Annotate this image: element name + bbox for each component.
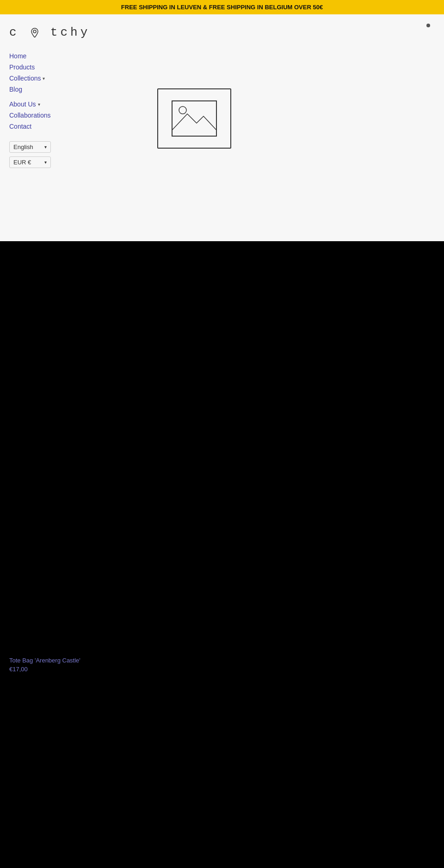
product-name-1: Tote Bag 'Arenberg Castle'	[9, 657, 102, 664]
nav-item-collections[interactable]: Collections ▾	[9, 73, 435, 84]
language-selected-label: English	[13, 144, 33, 150]
product-card-1[interactable]: Tote Bag 'Arenberg Castle' €17,00	[9, 468, 102, 673]
main-upper: c tchy Home Products Collections ▾ Blog …	[0, 14, 444, 241]
language-chevron-icon: ▾	[44, 144, 47, 150]
cart-dot-indicator	[426, 24, 430, 27]
top-banner: FREE SHIPPING IN LEUVEN & FREE SHIPPING …	[0, 0, 444, 14]
nav-item-products[interactable]: Products	[9, 62, 435, 73]
logo-pin-icon	[30, 27, 40, 37]
currency-chevron-icon: ▾	[44, 160, 47, 165]
placeholder-landscape-icon	[171, 100, 217, 137]
product-card-2[interactable]: Fridge Magnet - Arenberg Castle €5,00	[9, 686, 102, 868]
language-selector[interactable]: English ▾	[9, 141, 51, 153]
currency-selector[interactable]: EUR € ▾	[9, 156, 51, 168]
product-price-1: €17,00	[9, 666, 102, 673]
hero-image-placeholder	[157, 88, 231, 149]
svg-rect-1	[172, 101, 216, 136]
svg-point-0	[33, 30, 36, 33]
product-image-2	[9, 686, 102, 868]
collections-chevron-icon: ▾	[43, 76, 45, 81]
about-chevron-icon: ▾	[38, 102, 40, 107]
logo-text: c tchy	[9, 25, 90, 39]
product-image-1	[9, 468, 102, 653]
nav-item-home[interactable]: Home	[9, 50, 435, 62]
svg-point-2	[179, 106, 186, 114]
logo[interactable]: c tchy	[9, 25, 435, 39]
currency-selected-label: EUR €	[13, 159, 31, 166]
main-lower: Tote Bag 'Arenberg Castle' €17,00 Fridge…	[0, 241, 444, 868]
